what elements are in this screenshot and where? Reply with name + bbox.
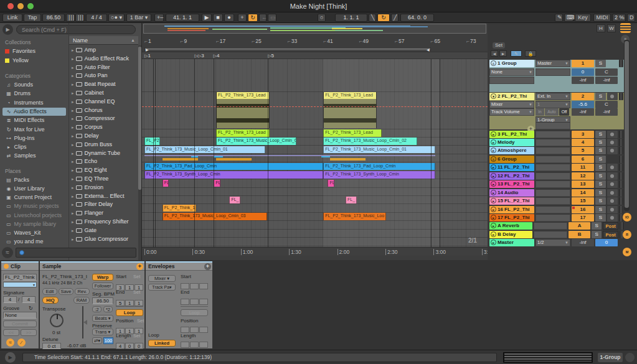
add-icon[interactable]: + [204, 263, 211, 270]
double-tempo-button[interactable]: *2 [103, 306, 113, 312]
track-header-B[interactable]: ▸B DelayBSPost [489, 231, 624, 238]
mixer-toggle-r[interactable]: R [623, 230, 631, 239]
signature-numerator[interactable]: 4 [3, 296, 17, 303]
loop-brace[interactable]: ▶◀ [144, 47, 431, 51]
track-name[interactable]: ▸15 FL_P2_Thi [489, 197, 534, 205]
clip[interactable]: FL_P2_Think_173_Pad_Loop_Cmin [144, 163, 323, 170]
pan-field[interactable]: 0 [572, 68, 594, 76]
sidebar-item-waves_kit[interactable]: ▭ Waves_Kit [2, 229, 66, 237]
clip[interactable]: FL_P2_ [144, 138, 160, 145]
arrangement-position-field[interactable]: 41. 1. 1 [166, 14, 199, 22]
track-number-button[interactable]: A [569, 222, 590, 230]
follow-icon[interactable]: +‒ [154, 14, 164, 22]
expand-triangle-icon[interactable]: ▸ [69, 73, 76, 78]
routing-box[interactable] [536, 189, 570, 197]
list-item[interactable]: ▸Beat Repeat [69, 80, 138, 89]
list-item[interactable]: ▸Echo [69, 157, 138, 166]
envelope-device-select[interactable]: Mixer ▾ [148, 275, 176, 282]
browser-collapse-icon[interactable]: ▶ [2, 24, 13, 35]
sidebar-item-current-project[interactable]: ▣ Current Project [2, 194, 66, 202]
expand-triangle-icon[interactable]: ▸ [69, 194, 76, 198]
arm-button[interactable] [607, 147, 618, 154]
sidebar-item-plug-ins[interactable]: ⊶ Plug-Ins [2, 134, 66, 142]
pan-field[interactable]: -5.6 [572, 101, 594, 108]
routing-box[interactable] [536, 197, 570, 205]
link-button[interactable]: Link [2, 14, 22, 22]
sidebar-item-yellow[interactable]: Yellow [2, 57, 66, 65]
solo-button[interactable]: S [595, 131, 606, 138]
track-header-15[interactable]: ▸15 FL_P2_Thi15S [489, 197, 624, 205]
unfold-icon[interactable]: ▾ [491, 93, 496, 99]
track-number-button[interactable]: 11 [572, 164, 594, 171]
list-item[interactable]: ▸Cabinet [69, 89, 138, 98]
track-header-17[interactable]: ▸17 FL_P2_Thi17S [489, 214, 624, 222]
pan-center-button[interactable]: C [595, 101, 618, 108]
sidebar-item-instruments[interactable]: ◔ Instruments [2, 99, 66, 107]
clip[interactable]: FL_P2_Think_173_Lead [216, 92, 270, 128]
post-toggle[interactable]: Post [603, 222, 618, 230]
list-item[interactable]: ▸Channel EQ [69, 98, 138, 106]
reverse-button[interactable]: Rev. [75, 288, 90, 295]
expand-triangle-icon[interactable]: ▸ [69, 202, 76, 207]
routing-box[interactable] [536, 147, 570, 154]
sidebar-item-you-and-me[interactable]: ▭ you and me [2, 238, 66, 246]
list-item[interactable]: ▸Chorus [69, 106, 138, 115]
routing-sub-box[interactable] [536, 68, 570, 76]
nudge-up-icon[interactable]: ||| [75, 14, 84, 22]
time-ruler[interactable]: 0:000:301:001:302:002:303:003:30 [142, 247, 488, 256]
track-name[interactable]: ▸Master [489, 239, 534, 246]
beat-time-ruler[interactable]: ⌐1⌐9⌐17⌐25⌐33⌐41⌐49⌐57⌐65⌐73 [142, 37, 488, 46]
track-header-12[interactable]: ▸12 FL_P2_Thi12S [489, 172, 624, 180]
clip-color-select[interactable]: ▾ [3, 282, 37, 287]
track-header-master[interactable]: ▸Master 1/2▼ -inf 0 [489, 239, 624, 246]
expand-triangle-icon[interactable]: ▸ [69, 142, 76, 147]
track-number-button[interactable]: 15 [572, 197, 594, 205]
track-number-button[interactable]: 13 [572, 180, 594, 188]
clip[interactable]: FL_P2_Think_173_Synth_Loop_Cmin [144, 171, 323, 179]
clip-edit-icon[interactable]: ⁄ [17, 338, 26, 347]
overview-height-button[interactable]: H [597, 24, 605, 32]
arm-button[interactable] [607, 180, 618, 188]
status-circle-icon[interactable] [625, 353, 635, 362]
prev-locator-icon[interactable]: ◄ [491, 50, 498, 57]
play-button[interactable]: ▶ [202, 14, 212, 22]
track-header-5[interactable]: ▸Atmoshpere5S [489, 147, 624, 154]
loop-brace-row[interactable]: ▶◀ [142, 47, 488, 52]
list-item[interactable]: ▸Frequency Shifter [69, 218, 138, 226]
expand-triangle-icon[interactable]: ▸ [69, 237, 76, 241]
sidebar-item-audio-effects[interactable]: ∿ Audio Effects [2, 108, 66, 116]
track-header-2[interactable]: ▾2 FL_P2_Thi Ext. In▼ 2 S Mixer▼ 1▼ -5.6… [489, 93, 624, 129]
solo-button[interactable]: S [595, 172, 606, 180]
track-number-button[interactable]: 17 [572, 214, 594, 222]
sidebar-item-drums[interactable]: ▦ Drums [2, 90, 66, 98]
solo-button[interactable]: S [595, 197, 606, 205]
expand-triangle-icon[interactable]: ▸ [69, 220, 76, 224]
follower-button[interactable]: Follower [92, 282, 113, 289]
automation-param-select[interactable]: Track Volume▼ [489, 108, 534, 116]
seg-bpm-value[interactable]: 86.50 [92, 297, 113, 304]
master-output-select[interactable]: 1/2▼ [536, 239, 570, 246]
capture-midi-icon[interactable]: ▭ [268, 14, 276, 22]
list-item[interactable]: ▸Auto Pan [69, 72, 138, 80]
track-name[interactable]: ▸17 FL_P2_Thi [489, 214, 534, 222]
track-header-group-1[interactable]: ≡1 Group Master▼ 1 S None▼ 0 C -inf [489, 60, 624, 92]
expand-triangle-icon[interactable]: ▸ [69, 100, 76, 104]
sidebar-item-liveschool-porjects[interactable]: ▭ Liveschool porjects [2, 212, 66, 220]
volume-field-2[interactable]: -inf [595, 108, 618, 116]
track-header-6[interactable]: ≡6 Group6S [489, 156, 624, 163]
similar-search-icon[interactable]: ≈ [2, 247, 13, 258]
track-number-button[interactable]: 6 [572, 156, 594, 163]
groove-refresh-icon[interactable]: ↻ [29, 306, 33, 311]
routing-box[interactable] [536, 180, 570, 188]
list-item[interactable]: ▸Compressor [69, 114, 138, 123]
track-header-14[interactable]: ▸14 Audio14S [489, 189, 624, 197]
routing-box[interactable] [536, 206, 570, 213]
list-item[interactable]: ▸EQ Eight [69, 166, 138, 175]
draw-automation-icon[interactable]: ✎ [511, 50, 522, 57]
track-name[interactable]: ▸11 FL_P2_Thi [489, 164, 534, 171]
commit-button[interactable]: Commit [3, 320, 37, 327]
time-signature-field[interactable]: 4 / 4 [86, 14, 107, 22]
ram-button[interactable]: RAM [73, 297, 90, 304]
expand-triangle-icon[interactable]: ▸ [69, 177, 76, 181]
track-name[interactable]: ▸Melody [489, 139, 534, 146]
